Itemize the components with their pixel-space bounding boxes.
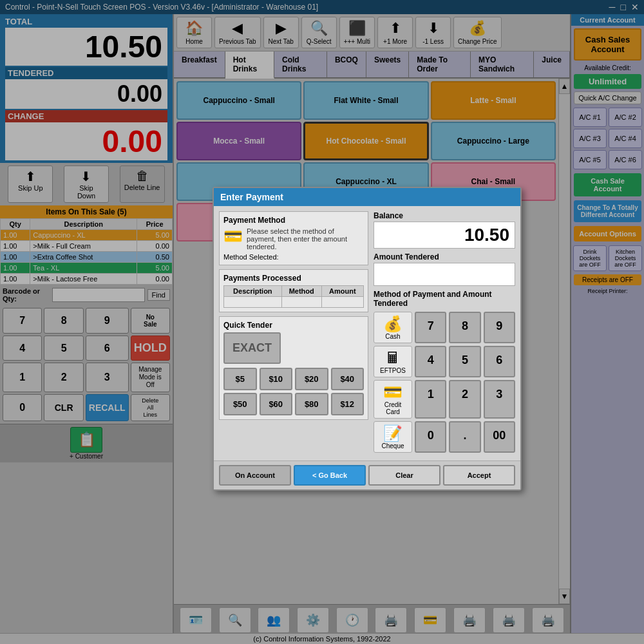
tender-button-$40[interactable]: $40 [331, 368, 365, 390]
balance-label: Balance [374, 211, 515, 220]
dialog-numpad-key-1[interactable]: 1 [415, 380, 446, 419]
dialog-right: Balance 10.50 Amount Tendered Method of … [374, 211, 515, 455]
payment-label: EFTPOS [380, 367, 406, 374]
tender-button-$80[interactable]: $80 [295, 393, 328, 415]
dialog-body: Payment Method 💳 Please select the metho… [214, 206, 520, 460]
dialog-left: Payment Method 💳 Please select the metho… [219, 211, 368, 455]
balance-section: Balance 10.50 [374, 211, 515, 249]
eftpos-icon: 🖩 [385, 349, 401, 367]
payment-method-description: Please select the method of payment, the… [247, 227, 364, 251]
payment-method-eftpos[interactable]: 🖩EFTPOS [374, 346, 412, 377]
payment-method-cash[interactable]: 💰Cash [374, 312, 412, 343]
tender-button-$50[interactable]: $50 [223, 393, 257, 415]
dialog-numpad-key-7[interactable]: 7 [415, 312, 446, 343]
tender-button-$20[interactable]: $20 [295, 368, 328, 390]
cheque-icon: 📝 [383, 424, 402, 442]
payment-methods-grid: 💰Cash789🖩EFTPOS456💳Credit Card123📝Cheque… [374, 312, 515, 453]
dialog-numpad-key-.[interactable]: . [449, 421, 480, 453]
tender-button-$5[interactable]: $5 [223, 368, 257, 390]
payment-label: Cheque [381, 442, 404, 450]
cash-icon: 💰 [383, 315, 402, 333]
dialog-numpad-key-9[interactable]: 9 [484, 312, 515, 343]
payment-label: Cash [385, 333, 400, 340]
empty-desc [224, 297, 282, 308]
payment-method-cheque[interactable]: 📝Cheque [374, 421, 412, 453]
dialog-numpad-key-5[interactable]: 5 [449, 346, 480, 377]
dialog-numpad-key-00[interactable]: 00 [484, 421, 515, 453]
quick-tender-section: Quick Tender EXACT $5$10$20$40 $50$60$80… [219, 316, 368, 420]
tender-button-$60[interactable]: $60 [260, 393, 293, 415]
footer-button-on-account[interactable]: On Account [219, 465, 291, 486]
tender-button-$10[interactable]: $10 [260, 368, 293, 390]
dialog-overlay: Enter Payment Payment Method 💳 Please se… [0, 0, 644, 644]
tender-button-$12[interactable]: $12 [331, 393, 365, 415]
dialog-numpad-key-3[interactable]: 3 [484, 380, 515, 419]
method-payment-title: Method of Payment and Amount Tendered [374, 290, 515, 308]
payment-dialog: Enter Payment Payment Method 💳 Please se… [213, 187, 522, 491]
method-selected-label: Method Selected: [223, 253, 364, 261]
quick-tender-title: Quick Tender [223, 321, 364, 330]
credit card-icon: 💳 [383, 383, 402, 401]
balance-display: 10.50 [374, 222, 515, 249]
amount-tendered-display [374, 263, 515, 286]
tender-grid-row1: $5$10$20$40 [223, 368, 364, 390]
dialog-numpad-key-4[interactable]: 4 [415, 346, 446, 377]
payment-method-desc: 💳 Please select the method of payment, t… [223, 227, 364, 251]
footer-button-clear[interactable]: Clear [368, 465, 440, 486]
dialog-numpad-key-6[interactable]: 6 [484, 346, 515, 377]
payment-method-section: Payment Method 💳 Please select the metho… [219, 211, 368, 265]
dialog-numpad-key-0[interactable]: 0 [415, 421, 446, 453]
amount-col-header: Amount [321, 286, 363, 297]
payments-processed-title: Payments Processed [223, 274, 364, 283]
footer-button-<-go-back[interactable]: < Go Back [294, 465, 366, 486]
empty-method [281, 297, 321, 308]
dialog-numpad-key-8[interactable]: 8 [449, 312, 480, 343]
desc-col-header: Description [224, 286, 282, 297]
amount-tendered-label: Amount Tendered [374, 252, 515, 261]
payments-table: Description Method Amount [223, 285, 364, 308]
dialog-numpad-key-2[interactable]: 2 [449, 380, 480, 419]
dialog-footer: On Account< Go BackClearAccept [214, 460, 520, 489]
footer-button-accept[interactable]: Accept [443, 465, 515, 486]
payment-method-title: Payment Method [223, 216, 364, 225]
payment-method-credit-card[interactable]: 💳Credit Card [374, 380, 412, 419]
exact-button[interactable]: EXACT [223, 332, 281, 364]
payment-info-icon: 💳 [223, 227, 243, 245]
payment-label: Credit Card [377, 401, 409, 415]
payments-processed-section: Payments Processed Description Method Am… [219, 269, 368, 312]
empty-amount [321, 297, 363, 308]
tender-grid-row2: $50$60$80$12 [223, 393, 364, 415]
method-col-header: Method [281, 286, 321, 297]
dialog-title: Enter Payment [214, 188, 520, 206]
